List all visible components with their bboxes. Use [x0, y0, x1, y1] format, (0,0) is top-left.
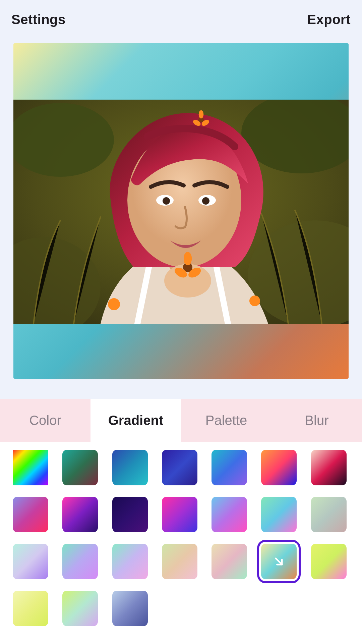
preview-canvas[interactable]: [13, 43, 349, 379]
header: Settings Export: [0, 0, 362, 37]
gradient-swatch-magenta-purple[interactable]: [62, 497, 98, 532]
gradient-swatch-sky-violet[interactable]: [212, 450, 247, 485]
gradient-swatch-seafoam-lilac[interactable]: [62, 544, 98, 579]
gradient-swatch-olive-blush[interactable]: [162, 544, 197, 579]
gradient-swatch-lilac-pink[interactable]: [13, 497, 48, 532]
svg-point-26: [108, 298, 120, 310]
gradient-swatch-aqua-magenta[interactable]: [212, 497, 247, 532]
gradient-swatch-mint-pink[interactable]: [261, 497, 297, 532]
gradient-swatch-deep-purple[interactable]: [112, 497, 148, 532]
svg-point-10: [202, 197, 209, 205]
preview-photo: [13, 100, 349, 324]
tab-blur[interactable]: Blur: [272, 399, 362, 442]
gradient-swatch-lime-mint-violet[interactable]: [62, 591, 98, 626]
svg-point-9: [163, 197, 170, 205]
gradient-swatch-indigo[interactable]: [162, 450, 197, 485]
gradient-swatch-sage-rose[interactable]: [311, 497, 347, 532]
tab-color[interactable]: Color: [0, 399, 90, 442]
gradient-swatch-fuchsia-blue[interactable]: [162, 497, 197, 532]
gradient-swatch-grid: [13, 450, 349, 626]
gradient-swatch-navy-teal[interactable]: [112, 450, 148, 485]
settings-button[interactable]: Settings: [11, 12, 66, 27]
tab-gradient[interactable]: Gradient: [90, 399, 181, 442]
gradient-swatch-rainbow[interactable]: [13, 450, 48, 485]
background-mode-tabs: Color Gradient Palette Blur: [0, 399, 362, 442]
svg-point-23: [199, 110, 203, 118]
gradient-swatch-peach-crimson[interactable]: [311, 450, 347, 485]
gradient-swatch-panel: [0, 442, 362, 644]
gradient-swatch-sunset-blue[interactable]: [261, 450, 297, 485]
gradient-swatch-teal-maroon[interactable]: [62, 450, 98, 485]
export-button[interactable]: Export: [307, 12, 351, 27]
tab-palette[interactable]: Palette: [181, 399, 272, 442]
canvas-area: [0, 37, 362, 399]
svg-point-16: [184, 252, 192, 265]
arrow-down-right-icon: [261, 544, 297, 579]
gradient-swatch-pale-lime[interactable]: [13, 591, 48, 626]
gradient-swatch-butter-teal-orange[interactable]: [261, 544, 297, 579]
gradient-swatch-mint-violet[interactable]: [13, 544, 48, 579]
svg-point-27: [249, 296, 260, 306]
gradient-swatch-lime-pink[interactable]: [311, 544, 347, 579]
gradient-swatch-cream-mint[interactable]: [212, 544, 247, 579]
gradient-swatch-aqua-lilac[interactable]: [112, 544, 148, 579]
gradient-swatch-slate-blue[interactable]: [112, 591, 148, 626]
